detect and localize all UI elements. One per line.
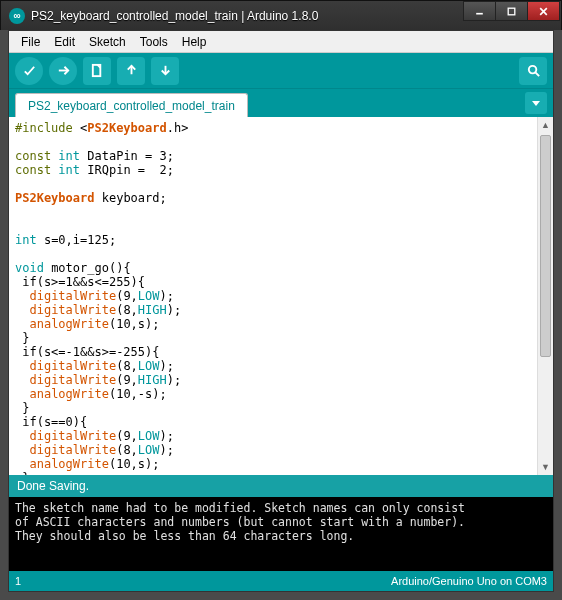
menu-edit[interactable]: Edit <box>48 33 81 51</box>
menu-tools[interactable]: Tools <box>134 33 174 51</box>
app-window: File Edit Sketch Tools Help PS2_keyboard… <box>8 30 554 592</box>
menu-file[interactable]: File <box>15 33 46 51</box>
serial-monitor-button[interactable] <box>519 57 547 85</box>
tab-strip: PS2_keyboard_controlled_model_train <box>9 89 553 117</box>
scroll-thumb[interactable] <box>540 135 551 357</box>
open-button[interactable] <box>117 57 145 85</box>
console-output: The sketch name had to be modified. Sket… <box>9 497 553 571</box>
svg-line-6 <box>535 72 539 76</box>
new-button[interactable] <box>83 57 111 85</box>
scroll-down-icon[interactable]: ▼ <box>538 459 553 475</box>
board-port: Arduino/Genuino Uno on COM3 <box>391 575 547 587</box>
editor-area: #include <PS2Keyboard.h> const int DataP… <box>9 117 553 475</box>
close-button[interactable] <box>527 1 560 21</box>
bottom-bar: 1 Arduino/Genuino Uno on COM3 <box>9 571 553 591</box>
window-title: PS2_keyboard_controlled_model_train | Ar… <box>31 9 318 23</box>
window-buttons <box>464 1 560 21</box>
svg-rect-1 <box>508 8 515 15</box>
line-number: 1 <box>15 575 21 587</box>
scroll-up-icon[interactable]: ▲ <box>538 117 553 133</box>
status-bar: Done Saving. <box>9 475 553 497</box>
minimize-button[interactable] <box>463 1 496 21</box>
tab-menu-button[interactable] <box>525 92 547 114</box>
menubar: File Edit Sketch Tools Help <box>9 31 553 53</box>
toolbar <box>9 53 553 89</box>
status-text: Done Saving. <box>17 479 89 493</box>
svg-point-5 <box>528 66 536 74</box>
tab-active[interactable]: PS2_keyboard_controlled_model_train <box>15 93 248 117</box>
editor-scrollbar[interactable]: ▲ ▼ <box>537 117 553 475</box>
svg-marker-7 <box>532 101 540 106</box>
code-editor[interactable]: #include <PS2Keyboard.h> const int DataP… <box>9 117 537 475</box>
menu-sketch[interactable]: Sketch <box>83 33 132 51</box>
verify-button[interactable] <box>15 57 43 85</box>
maximize-button[interactable] <box>495 1 528 21</box>
window-titlebar: ∞ PS2_keyboard_controlled_model_train | … <box>0 0 562 30</box>
save-button[interactable] <box>151 57 179 85</box>
upload-button[interactable] <box>49 57 77 85</box>
menu-help[interactable]: Help <box>176 33 213 51</box>
app-icon: ∞ <box>9 8 25 24</box>
